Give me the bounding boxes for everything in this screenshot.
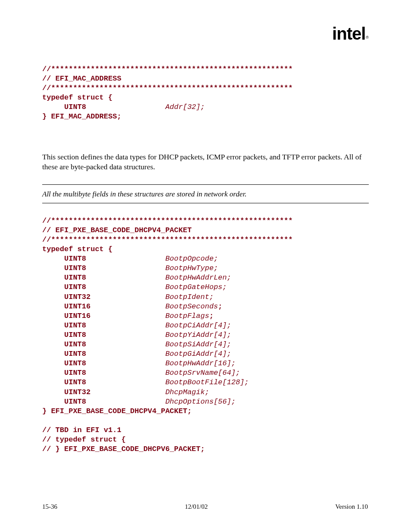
page-footer: 15-36 12/01/02 Version 1.10 xyxy=(42,503,368,510)
code-type: UINT8 xyxy=(42,103,86,111)
horizontal-rule xyxy=(42,203,369,203)
code-field: Addr[32]; xyxy=(86,103,205,111)
code-line: } EFI_MAC_ADDRESS; xyxy=(42,112,121,121)
note-text: All the multibyte fields in these struct… xyxy=(42,185,369,203)
footer-version: Version 1.10 xyxy=(335,503,368,510)
code-line: typedef struct { xyxy=(42,93,112,102)
code-block-dhcpv4-packet: //**************************************… xyxy=(42,216,369,454)
intel-logo: intel® xyxy=(332,24,368,44)
content: //**************************************… xyxy=(42,65,369,454)
code-line: //**************************************… xyxy=(42,65,293,73)
code-line: // EFI_MAC_ADDRESS xyxy=(42,75,121,83)
footer-page-number: 15-36 xyxy=(42,503,57,510)
code-line: //**************************************… xyxy=(42,84,293,92)
code-block-mac-address: //**************************************… xyxy=(42,65,369,122)
page: intel® //*******************************… xyxy=(0,0,411,532)
body-paragraph: This section defines the data types for … xyxy=(42,152,369,172)
footer-date: 12/01/02 xyxy=(185,503,208,510)
